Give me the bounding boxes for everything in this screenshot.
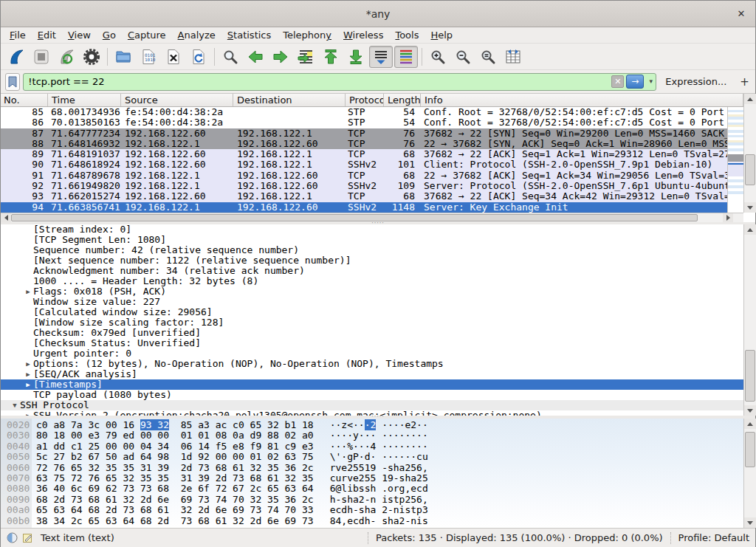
expander-right-icon[interactable]: ▶ (23, 286, 33, 297)
hex-row[interactable]: 00a065 63 64 68 2d 73 68 61 32 2d 6e 69 … (1, 505, 743, 515)
go-first-button[interactable] (319, 46, 343, 68)
resize-columns-button[interactable] (501, 46, 525, 68)
packet-row[interactable]: 9171.648789678192.168.122.1192.168.122.6… (1, 171, 727, 181)
hex-row[interactable]: 008036 40 6c 69 62 73 73 68 2e 6f 72 67 … (1, 484, 743, 494)
menu-item-tools[interactable]: Tools (389, 28, 425, 42)
column-header-source[interactable]: Source (121, 94, 233, 106)
filter-apply-icon[interactable]: → (626, 75, 644, 89)
file-reload-button[interactable] (187, 46, 210, 68)
filter-clear-icon[interactable]: ✕ (611, 75, 624, 88)
capture-stop-button[interactable] (30, 46, 53, 68)
hex-row[interactable]: 0020c0 a8 7a 3c 00 16 93 32 85 a3 ac c0 … (1, 420, 743, 430)
detail-line[interactable]: ▶[SEQ/ACK analysis] (1, 369, 743, 379)
file-save-button[interactable]: 01011010 (137, 46, 160, 68)
packet-row[interactable]: 8871.648146932192.168.122.1192.168.122.6… (1, 139, 727, 149)
column-header-protocol[interactable]: Protocol (346, 94, 384, 106)
filter-dropdown-icon[interactable]: ▾ (646, 75, 656, 89)
file-open-button[interactable] (111, 46, 135, 68)
expander-down-icon[interactable]: ▼ (10, 400, 20, 410)
go-last-button[interactable] (344, 46, 368, 68)
colorize-button[interactable] (394, 46, 418, 68)
scroll-down-icon[interactable] (744, 405, 756, 416)
packet-row[interactable]: 9071.648618924192.168.122.60192.168.122.… (1, 159, 727, 170)
detail-line[interactable]: Sequence number: 42 (relative sequence n… (1, 245, 743, 255)
scroll-up-icon[interactable] (744, 224, 756, 235)
packet-row[interactable]: 8670.013850163fe:54:00:d4:38:2aSTP54Conf… (1, 117, 727, 128)
column-header-no[interactable]: No. (1, 94, 48, 106)
zoom-out-button[interactable] (451, 46, 475, 68)
bytes-vscrollbar[interactable] (743, 419, 756, 528)
detail-line[interactable]: [Calculated window size: 29056] (1, 307, 743, 317)
detail-line[interactable]: [Stream index: 0] (1, 224, 743, 235)
file-close-button[interactable] (162, 46, 185, 68)
detail-line[interactable]: Urgent pointer: 0 (1, 348, 743, 359)
display-filter-input[interactable] (24, 75, 611, 89)
column-header-destination[interactable]: Destination (233, 94, 346, 106)
detail-line[interactable]: ▼SSH Protocol (1, 400, 743, 410)
expander-right-icon[interactable]: ▶ (23, 369, 33, 379)
detail-line[interactable]: ▶Flags: 0x018 (PSH, ACK) (1, 286, 743, 297)
scroll-right-icon[interactable] (723, 213, 733, 222)
hex-row[interactable]: 0040a1 dd c1 25 00 00 04 34 06 14 f5 e8 … (1, 441, 743, 452)
packet-row[interactable]: 8771.647777234192.168.122.60192.168.122.… (1, 128, 727, 139)
filter-bookmark-button[interactable] (5, 73, 20, 91)
intelligent-scrollbar-minimap[interactable] (727, 107, 743, 213)
go-to-packet-button[interactable] (294, 46, 317, 68)
scroll-down-icon[interactable] (744, 517, 756, 528)
scroll-up-icon[interactable] (744, 94, 756, 104)
details-vscrollbar[interactable] (743, 224, 756, 416)
find-packet-button[interactable] (219, 46, 242, 68)
detail-line[interactable]: [TCP Segment Len: 1080] (1, 235, 743, 245)
menu-item-capture[interactable]: Capture (122, 28, 172, 42)
scrollbar-thumb[interactable] (745, 350, 755, 402)
expression-button[interactable]: Expression... (665, 76, 726, 87)
expander-right-icon[interactable]: ▶ (23, 379, 33, 390)
detail-line[interactable]: 1000 .... = Header Length: 32 bytes (8) (1, 276, 743, 286)
scrollbar-thumb[interactable] (11, 214, 698, 221)
menu-item-view[interactable]: View (62, 28, 97, 42)
column-header-info[interactable]: Info (421, 94, 743, 106)
detail-line[interactable]: TCP payload (1080 bytes) (1, 390, 743, 400)
hex-row[interactable]: 007063 75 72 76 65 32 35 35 31 39 2d 73 … (1, 473, 743, 484)
menu-item-edit[interactable]: Edit (32, 28, 62, 42)
capture-start-button[interactable] (4, 46, 28, 68)
hex-row[interactable]: 003080 18 00 e3 79 ed 00 00 01 01 08 0a … (1, 430, 743, 441)
scroll-up-icon[interactable] (744, 419, 756, 429)
scroll-left-icon[interactable] (1, 213, 11, 222)
detail-line[interactable]: Acknowledgment number: 34 (relative ack … (1, 266, 743, 276)
hex-row[interactable]: 009068 2d 73 68 61 32 2d 6e 69 73 74 70 … (1, 495, 743, 505)
menu-item-statistics[interactable]: Statistics (221, 28, 277, 42)
detail-line[interactable]: Window size value: 227 (1, 297, 743, 307)
filter-add-button[interactable]: + (738, 75, 751, 89)
hex-row[interactable]: 00b038 34 2c 65 63 64 68 2d 73 68 61 32 … (1, 516, 743, 526)
expert-info-icon[interactable] (7, 532, 18, 543)
packet-row[interactable]: 9471.663856741192.168.122.1192.168.122.6… (1, 202, 727, 213)
detail-line[interactable]: ▶Options: (12 bytes), No-Operation (NOP)… (1, 359, 743, 369)
profile-text[interactable]: Profile: Default (678, 532, 749, 543)
detail-line[interactable]: Checksum: 0x79ed [unverified] (1, 328, 743, 338)
packet-row[interactable]: 8568.001734936fe:54:00:d4:38:2aSTP54Conf… (1, 107, 727, 117)
capture-options-button[interactable] (80, 46, 103, 68)
detail-line[interactable]: [Window size scaling factor: 128] (1, 317, 743, 328)
auto-scroll-button[interactable] (369, 46, 393, 68)
scroll-down-icon[interactable] (744, 202, 756, 213)
menu-item-telephony[interactable]: Telephony (277, 28, 337, 42)
hex-row[interactable]: 00505c 27 b2 67 50 ad 64 98 1d 92 00 00 … (1, 452, 743, 462)
menu-item-file[interactable]: File (4, 28, 32, 42)
go-back-button[interactable] (244, 46, 267, 68)
column-header-length[interactable]: Length (384, 94, 421, 106)
scrollbar-thumb[interactable] (745, 154, 755, 185)
expander-right-icon[interactable]: ▶ (23, 410, 33, 416)
detail-line[interactable]: [Next sequence number: 1122 (relative se… (1, 255, 743, 266)
menu-item-help[interactable]: Help (425, 28, 458, 42)
zoom-in-button[interactable] (426, 46, 450, 68)
expander-right-icon[interactable]: ▶ (23, 359, 33, 369)
scrollbar-thumb[interactable] (745, 432, 755, 467)
packet-row[interactable]: 9271.661949820192.168.122.1192.168.122.6… (1, 181, 727, 191)
capture-restart-button[interactable] (55, 46, 78, 68)
packet-row[interactable]: 9371.662015274192.168.122.60192.168.122.… (1, 191, 727, 202)
packet-list-vscrollbar[interactable] (743, 94, 756, 213)
zoom-100-button[interactable] (476, 46, 500, 68)
menu-item-go[interactable]: Go (97, 28, 122, 42)
detail-line[interactable]: [Checksum Status: Unverified] (1, 338, 743, 348)
